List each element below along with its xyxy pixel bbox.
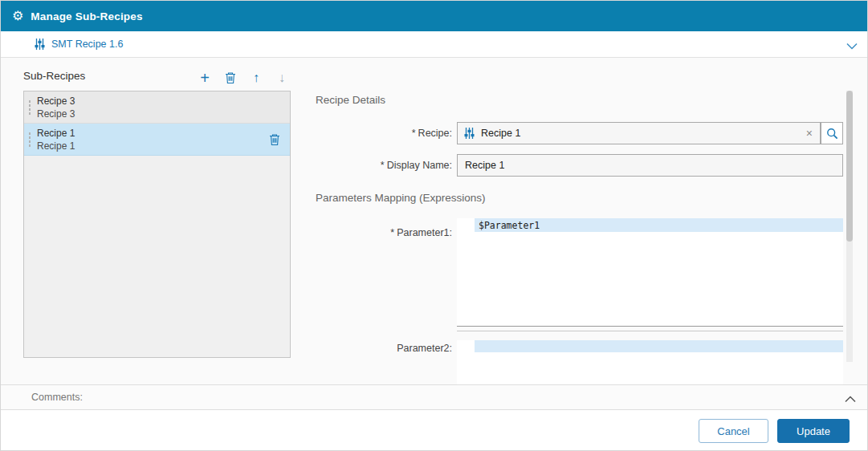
cancel-button[interactable]: Cancel [699,419,768,443]
sub-recipe-name: Recipe 3 [37,95,283,108]
parameter2-field-label: Parameter2: [306,343,452,354]
update-button[interactable]: Update [777,419,850,443]
required-marker: * [412,128,416,139]
sliders-icon [35,39,45,50]
required-marker: * [381,160,385,171]
parameter1-field-label: *Parameter1: [306,227,452,238]
sub-recipes-title: Sub-Recipes [23,70,85,82]
parameter1-expression-editor[interactable]: $Parameter1 [457,218,843,327]
required-marker: * [390,227,394,238]
display-name-input[interactable]: Recipe 1 [457,154,843,177]
gear-icon: ⚙ [12,10,23,22]
sliders-icon [464,128,475,139]
drag-handle-icon[interactable] [28,100,31,116]
editor-divider [457,331,843,331]
parameters-mapping-title: Parameters Mapping (Expressions) [316,192,486,204]
sub-recipe-display-name: Recipe 3 [37,108,283,120]
parent-recipe-bar: SMT Recipe 1.6 [1,31,868,58]
sub-recipes-list: Recipe 3 Recipe 3 Recipe 1 Recipe 1 [23,91,291,358]
recipe-details-title: Recipe Details [316,94,385,106]
recipe-search-button[interactable] [821,122,843,144]
row-delete-icon[interactable] [269,133,280,148]
move-down-button[interactable]: ↓ [275,70,289,86]
editor-highlight-line [475,340,843,352]
dialog-header: ⚙ Manage Sub-Recipes [1,1,868,31]
comments-section[interactable]: Comments: [1,384,868,410]
main-content: Sub-Recipes + ↑ ↓ Recipe 3 Recipe 3 Reci… [1,58,868,384]
parameter2-expression-editor[interactable] [457,340,843,384]
parent-recipe-name: SMT Recipe 1.6 [51,39,123,50]
comments-label: Comments: [31,392,83,403]
sub-recipe-name: Recipe 1 [37,127,283,140]
drag-handle-icon[interactable] [28,132,31,148]
list-item-recipe-3[interactable]: Recipe 3 Recipe 3 [24,91,290,124]
recipe-input-value: Recipe 1 [481,128,520,139]
sub-recipes-header: Sub-Recipes + ↑ ↓ [23,70,291,91]
move-up-button[interactable]: ↑ [249,70,263,86]
display-name-field-label: *Display Name: [306,160,452,171]
scrollbar-thumb[interactable] [846,91,853,242]
sub-recipe-display-name: Recipe 1 [37,140,283,152]
chevron-up-icon[interactable] [845,394,856,405]
vertical-scrollbar[interactable] [846,91,853,362]
dialog-footer: Cancel Update [1,410,868,451]
chevron-down-icon[interactable] [846,41,858,52]
add-sub-recipe-button[interactable]: + [198,70,212,86]
dialog-title: Manage Sub-Recipes [31,10,142,22]
sub-recipes-toolbar: + ↑ ↓ [198,70,289,86]
recipe-field-label: *Recipe: [306,128,452,139]
parameter1-expression-value: $Parameter1 [479,220,540,231]
manage-sub-recipes-dialog: ⚙ Manage Sub-Recipes SMT Recipe 1.6 Sub-… [0,0,868,451]
delete-sub-recipe-button[interactable] [223,70,238,86]
display-name-value: Recipe 1 [465,160,504,171]
list-item-recipe-1[interactable]: Recipe 1 Recipe 1 [24,124,290,156]
clear-icon[interactable]: × [806,128,813,139]
recipe-input[interactable]: Recipe 1 × [457,122,821,144]
